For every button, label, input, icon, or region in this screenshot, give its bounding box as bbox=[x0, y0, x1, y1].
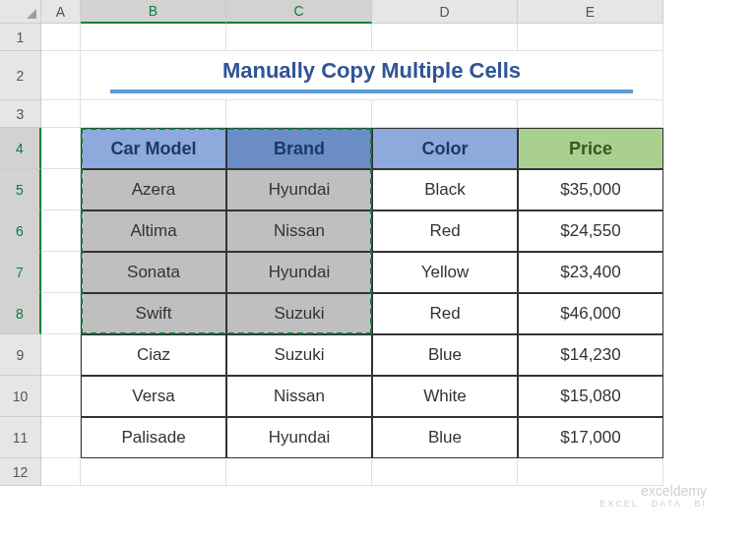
row-header-12[interactable]: 12 bbox=[0, 458, 41, 486]
title-cell[interactable]: Manually Copy Multiple Cells bbox=[81, 51, 663, 100]
cell-B3[interactable] bbox=[81, 100, 226, 128]
table-cell-price[interactable]: $15,080 bbox=[518, 376, 663, 417]
cell-A1[interactable] bbox=[41, 24, 81, 51]
page-title: Manually Copy Multiple Cells bbox=[222, 58, 521, 84]
cell-A10[interactable] bbox=[41, 376, 81, 417]
column-headers: ABCDE bbox=[41, 0, 663, 24]
cell-A2[interactable] bbox=[41, 51, 81, 100]
table-cell-color[interactable]: White bbox=[372, 376, 518, 417]
row-header-11[interactable]: 11 bbox=[0, 417, 41, 458]
cell-A7[interactable] bbox=[41, 252, 81, 293]
cell-A8[interactable] bbox=[41, 293, 81, 334]
table-cell-brand[interactable]: Nissan bbox=[226, 376, 372, 417]
cell-E12[interactable] bbox=[518, 458, 663, 486]
cell-C12[interactable] bbox=[226, 458, 372, 486]
cell-C1[interactable] bbox=[226, 24, 372, 51]
table-cell-color[interactable]: Yellow bbox=[372, 252, 518, 293]
row-header-9[interactable]: 9 bbox=[0, 334, 41, 376]
table-cell-color[interactable]: Red bbox=[372, 293, 518, 334]
table-cell-color[interactable]: Blue bbox=[372, 417, 518, 458]
cell-C3[interactable] bbox=[226, 100, 372, 128]
column-header-A[interactable]: A bbox=[41, 0, 81, 24]
row-header-7[interactable]: 7 bbox=[0, 252, 41, 293]
watermark-sub: EXCEL · DATA · BI bbox=[599, 499, 707, 508]
row-header-2[interactable]: 2 bbox=[0, 51, 41, 100]
table-cell-price[interactable]: $35,000 bbox=[518, 169, 663, 210]
select-all-corner[interactable] bbox=[0, 0, 41, 24]
table-cell-color[interactable]: Black bbox=[372, 169, 518, 210]
row-header-3[interactable]: 3 bbox=[0, 100, 41, 128]
column-header-D[interactable]: D bbox=[372, 0, 518, 24]
table-cell-price[interactable]: $17,000 bbox=[518, 417, 663, 458]
table-cell-car-model[interactable]: Palisade bbox=[81, 417, 226, 458]
table-cell-car-model[interactable]: Sonata bbox=[81, 252, 226, 293]
table-cell-price[interactable]: $14,230 bbox=[518, 334, 663, 376]
table-header-brand[interactable]: Brand bbox=[226, 128, 372, 169]
cell-E1[interactable] bbox=[518, 24, 663, 51]
column-header-E[interactable]: E bbox=[518, 0, 663, 24]
table-cell-brand[interactable]: Hyundai bbox=[226, 252, 372, 293]
table-cell-brand[interactable]: Nissan bbox=[226, 210, 372, 252]
table-cell-price[interactable]: $24,550 bbox=[518, 210, 663, 252]
cell-D12[interactable] bbox=[372, 458, 518, 486]
cell-B12[interactable] bbox=[81, 458, 226, 486]
table-cell-price[interactable]: $46,000 bbox=[518, 293, 663, 334]
spreadsheet-grid[interactable]: Manually Copy Multiple CellsCar ModelBra… bbox=[41, 24, 663, 486]
cell-A6[interactable] bbox=[41, 210, 81, 252]
cell-B1[interactable] bbox=[81, 24, 226, 51]
table-cell-price[interactable]: $23,400 bbox=[518, 252, 663, 293]
row-header-5[interactable]: 5 bbox=[0, 169, 41, 210]
table-cell-car-model[interactable]: Altima bbox=[81, 210, 226, 252]
watermark-main: exceldemy bbox=[599, 483, 707, 499]
row-header-8[interactable]: 8 bbox=[0, 293, 41, 334]
table-cell-brand[interactable]: Hyundai bbox=[226, 417, 372, 458]
watermark: exceldemy EXCEL · DATA · BI bbox=[599, 483, 707, 508]
cell-A5[interactable] bbox=[41, 169, 81, 210]
table-cell-color[interactable]: Blue bbox=[372, 334, 518, 376]
row-header-4[interactable]: 4 bbox=[0, 128, 41, 169]
cell-A12[interactable] bbox=[41, 458, 81, 486]
column-header-B[interactable]: B bbox=[81, 0, 226, 24]
cell-A3[interactable] bbox=[41, 100, 81, 128]
cell-A9[interactable] bbox=[41, 334, 81, 376]
row-header-1[interactable]: 1 bbox=[0, 24, 41, 51]
cell-D3[interactable] bbox=[372, 100, 518, 128]
table-cell-brand[interactable]: Suzuki bbox=[226, 334, 372, 376]
cell-A11[interactable] bbox=[41, 417, 81, 458]
row-header-6[interactable]: 6 bbox=[0, 210, 41, 252]
table-header-car-model[interactable]: Car Model bbox=[81, 128, 226, 169]
table-cell-brand[interactable]: Hyundai bbox=[226, 169, 372, 210]
cell-E3[interactable] bbox=[518, 100, 663, 128]
table-cell-car-model[interactable]: Versa bbox=[81, 376, 226, 417]
table-cell-car-model[interactable]: Azera bbox=[81, 169, 226, 210]
table-cell-color[interactable]: Red bbox=[372, 210, 518, 252]
table-cell-car-model[interactable]: Swift bbox=[81, 293, 226, 334]
column-header-C[interactable]: C bbox=[226, 0, 372, 24]
table-cell-brand[interactable]: Suzuki bbox=[226, 293, 372, 334]
row-header-10[interactable]: 10 bbox=[0, 376, 41, 417]
table-cell-car-model[interactable]: Ciaz bbox=[81, 334, 226, 376]
title-underline bbox=[110, 90, 634, 93]
row-headers: 123456789101112 bbox=[0, 24, 41, 486]
cell-D1[interactable] bbox=[372, 24, 518, 51]
cell-A4[interactable] bbox=[41, 128, 81, 169]
table-header-color[interactable]: Color bbox=[372, 128, 518, 169]
table-header-price[interactable]: Price bbox=[518, 128, 663, 169]
